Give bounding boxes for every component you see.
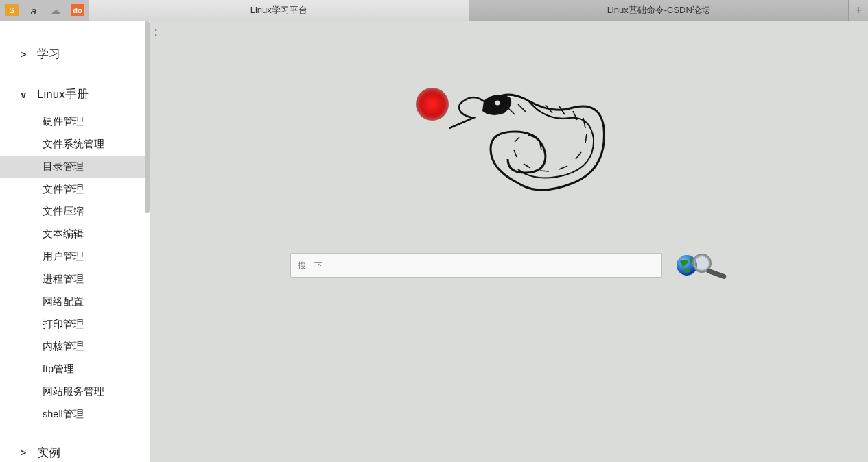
caret-down-icon: v — [21, 89, 29, 100]
nav-header-study[interactable]: > 学习 — [0, 40, 150, 67]
search-button[interactable] — [675, 252, 733, 279]
sidebar-item[interactable]: 文本编辑 — [0, 223, 150, 245]
toolbar-icon-1[interactable]: S — [1, 2, 22, 19]
sidebar-item[interactable]: 网络配置 — [0, 291, 150, 313]
nav-header-label: Linux手册 — [37, 86, 89, 102]
main-content: : — [150, 21, 868, 462]
nav-section-study: > 学习 — [0, 40, 150, 67]
sidebar-item[interactable]: 文件系统管理 — [0, 133, 150, 156]
search-row — [154, 252, 868, 279]
sidebar-item[interactable]: 硬件管理 — [0, 110, 150, 133]
snake-logo — [408, 80, 614, 217]
sidebar-item[interactable]: 文件管理 — [0, 178, 150, 201]
sidebar-item[interactable]: 打印管理 — [0, 313, 150, 336]
browser-tabs: Linux学习平台 Linux基础命令-CSDN论坛 — [89, 0, 849, 21]
sidebar-item[interactable]: 进程管理 — [0, 268, 150, 291]
svg-rect-5 — [705, 268, 727, 279]
nav-header-manual[interactable]: v Linux手册 — [0, 81, 150, 108]
tab-inactive[interactable]: Linux基础命令-CSDN论坛 — [469, 0, 849, 21]
tab-active[interactable]: Linux学习平台 — [89, 0, 469, 21]
nav-section-examples: > 实例 — [0, 439, 150, 462]
sidebar-item[interactable]: shell管理 — [0, 403, 150, 426]
caret-right-icon: > — [21, 49, 29, 60]
sidebar-item[interactable]: 文件压缩 — [0, 200, 150, 223]
caret-right-icon: > — [21, 447, 29, 458]
toolbar-icon-3[interactable]: ☁ — [45, 2, 66, 19]
new-tab-button[interactable]: + — [849, 0, 868, 21]
sidebar-item[interactable]: ftp管理 — [0, 358, 150, 380]
sidebar: > 学习 v Linux手册 硬件管理文件系统管理目录管理文件管理文件压缩文本编… — [0, 21, 150, 462]
sidebar-item[interactable]: 目录管理 — [0, 156, 150, 178]
nav-items: 硬件管理文件系统管理目录管理文件管理文件压缩文本编辑用户管理进程管理网络配置打印… — [0, 108, 150, 426]
nav-section-manual: v Linux手册 硬件管理文件系统管理目录管理文件管理文件压缩文本编辑用户管理… — [0, 81, 150, 426]
sidebar-item[interactable]: 网站服务管理 — [0, 380, 150, 403]
sidebar-item[interactable]: 用户管理 — [0, 245, 150, 268]
nav-header-label: 实例 — [37, 445, 60, 461]
logo-area — [154, 80, 868, 217]
svg-point-0 — [416, 88, 449, 121]
svg-point-1 — [495, 101, 500, 106]
browser-toolbar: S a ☁ do Linux学习平台 Linux基础命令-CSDN论坛 + — [0, 0, 868, 21]
toolbar-icon-2[interactable]: a — [23, 2, 44, 19]
sidebar-item[interactable]: 内核管理 — [0, 335, 150, 358]
toolbar-icon-group: S a ☁ do — [0, 0, 89, 21]
search-input[interactable] — [290, 253, 662, 278]
toolbar-icon-4[interactable]: do — [67, 2, 88, 19]
scrollbar-thumb[interactable] — [145, 21, 150, 213]
nav-header-examples[interactable]: > 实例 — [0, 439, 150, 462]
nav-header-label: 学习 — [37, 46, 60, 62]
colon-text: : — [154, 25, 158, 38]
